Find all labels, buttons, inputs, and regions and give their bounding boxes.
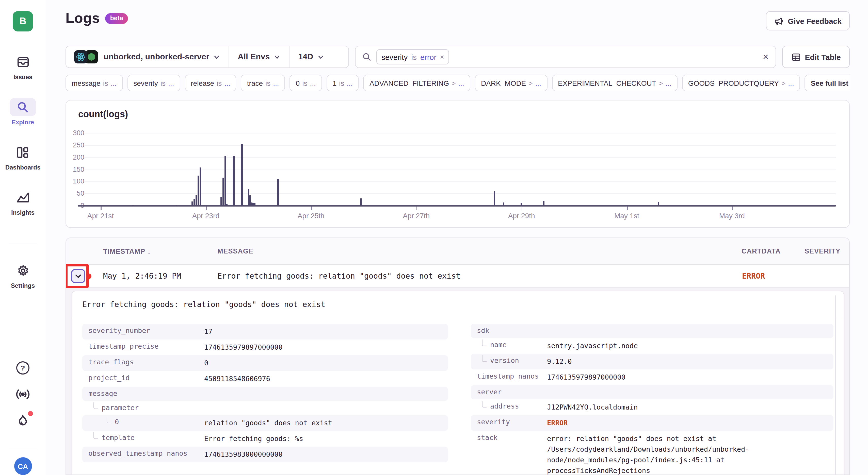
chart-gridline — [84, 145, 836, 146]
quick-filter-chip[interactable]: messageis... — [65, 75, 123, 91]
x-axis-tick-label: Apr 21st — [75, 212, 126, 220]
log-detail-title: Error fetching goods: relation "goods" d… — [72, 291, 844, 317]
expand-row-button[interactable] — [71, 269, 85, 283]
column-header-message[interactable]: MESSAGE — [217, 247, 253, 255]
selector-divider — [289, 46, 289, 68]
x-axis-tick-label: Apr 27th — [391, 212, 442, 220]
quick-filter-chip[interactable]: severityis... — [127, 75, 180, 91]
sidebar-item-dashboards[interactable]: Dashboards — [5, 143, 41, 171]
chart-bar — [197, 175, 199, 206]
chart-bar — [195, 195, 197, 206]
log-timestamp-cell: May 1, 2:46:19 PM — [103, 272, 181, 281]
chart-bar — [200, 167, 202, 206]
give-feedback-button[interactable]: Give Feedback — [766, 11, 850, 30]
chip-name: message — [72, 79, 100, 87]
search-icon — [362, 52, 371, 61]
chip-name: 0 — [296, 79, 300, 87]
attribute-value: sentry.javascript.node — [547, 341, 638, 351]
token-remove-icon[interactable]: × — [440, 53, 444, 61]
chip-operator: > — [781, 79, 785, 87]
chip-name: See full list — [811, 79, 848, 87]
attribute-value: Error fetching goods: %s — [204, 433, 303, 444]
quick-filter-chip[interactable]: traceis... — [241, 75, 285, 91]
attribute-row: project_id4509118548606976 — [82, 371, 448, 387]
quick-filter-chip[interactable]: EXPERIMENTAL_CHECKOUT>... — [552, 75, 678, 91]
attribute-value: ERROR — [547, 418, 567, 428]
tree-connector-icon — [482, 339, 487, 346]
x-axis-tick — [311, 207, 312, 210]
chart-bar — [521, 203, 522, 206]
column-header-severity[interactable]: SEVERITY — [805, 247, 841, 255]
tree-connector-icon — [93, 432, 98, 439]
help-icon[interactable]: ? — [16, 361, 29, 375]
attribute-value: 4509118548606976 — [204, 374, 270, 384]
tree-connector-icon — [482, 401, 487, 407]
chip-operator: is — [160, 79, 165, 87]
token-key: severity — [381, 53, 408, 61]
quick-filter-chip[interactable]: GOODS_PRODUCTQUERY>... — [682, 75, 800, 91]
chip-name: trace — [247, 79, 263, 87]
chart-gridline — [84, 181, 836, 182]
token-value: error — [420, 53, 436, 61]
user-avatar[interactable]: CA — [14, 457, 32, 475]
environment-select[interactable]: All Envs — [238, 52, 280, 61]
attribute-value: 1746135983000000000 — [204, 449, 283, 460]
attribute-value: relation "goods" does not exist — [204, 418, 332, 428]
react-platform-icon — [74, 50, 87, 63]
insights-icon — [10, 188, 36, 207]
log-row[interactable]: May 1, 2:46:19 PM Error fetching goods: … — [66, 265, 849, 288]
attribute-row: 0relation "goods" does not exist — [82, 415, 448, 431]
column-header-cartdata[interactable]: CARTDATA — [742, 247, 781, 255]
chip-name: 1 — [333, 79, 337, 87]
chip-ellipsis: ... — [111, 79, 117, 87]
quick-filter-chip[interactable]: 0is... — [290, 75, 322, 91]
quick-filter-chip[interactable]: releaseis... — [185, 75, 236, 91]
y-axis-tick-label: 300 — [66, 129, 84, 137]
x-axis-tick — [100, 207, 101, 210]
sidebar-item-insights[interactable]: Insights — [10, 188, 36, 216]
quick-filter-chip[interactable]: ADVANCED_FILTERING>... — [363, 75, 470, 91]
quick-filter-chip[interactable]: DARK_MODE>... — [475, 75, 547, 91]
environment-select-label: All Envs — [238, 52, 270, 61]
chart-gridline — [84, 169, 836, 170]
chart-bar — [543, 201, 545, 206]
whats-new-flame-icon[interactable] — [16, 414, 30, 428]
detail-scrollbar[interactable] — [835, 295, 836, 475]
chart-bar — [277, 179, 279, 206]
chart-bar — [224, 156, 226, 206]
help-glyph: ? — [21, 364, 25, 372]
sidebar-item-issues[interactable]: Issues — [10, 53, 36, 81]
sidebar-item-settings[interactable]: Settings — [10, 261, 36, 289]
attribute-row: stackerror: relation "goods" does not ex… — [471, 431, 834, 475]
project-environment-date-selector: unborked, unborked-server All Envs 14D — [65, 46, 349, 68]
quick-filter-chip[interactable]: 1is... — [327, 75, 359, 91]
search-clear-icon[interactable]: × — [763, 52, 769, 62]
column-header-timestamp[interactable]: TIMESTAMP↓ — [103, 247, 151, 255]
sidebar-divider — [9, 244, 37, 244]
avatar-initials: CA — [18, 462, 28, 470]
chart-bar — [226, 204, 227, 206]
quick-filter-chip[interactable]: See full list — [805, 75, 850, 91]
edit-table-button[interactable]: Edit Table — [782, 46, 850, 68]
attribute-row: server — [471, 385, 834, 399]
log-search-input[interactable]: severity is error × × — [355, 46, 776, 68]
chart-bar — [252, 203, 254, 206]
date-range-select[interactable]: 14D — [298, 52, 324, 61]
sidebar-item-explore[interactable]: Explore — [10, 98, 36, 126]
org-logo[interactable]: B — [13, 11, 33, 31]
y-axis-tick-label: 200 — [66, 154, 84, 161]
chart-gridline — [84, 133, 836, 133]
project-select[interactable]: unborked, unborked-server — [103, 52, 220, 61]
broadcast-icon[interactable] — [15, 388, 30, 401]
logs-table-header: TIMESTAMP↓ MESSAGE CARTDATA SEVERITY — [66, 238, 849, 265]
log-attributes: severity_number17timestamp_precise174613… — [72, 317, 844, 475]
x-axis-tick-label: May 1st — [601, 212, 652, 220]
chip-operator: is — [302, 79, 307, 87]
chevron-down-icon — [274, 54, 280, 60]
sidebar-item-label: Issues — [13, 74, 32, 81]
log-message-cell: Error fetching goods: relation "goods" d… — [217, 272, 460, 281]
x-axis-tick-label: Apr 23rd — [180, 212, 231, 220]
search-filter-token[interactable]: severity is error × — [376, 49, 449, 64]
chip-name: EXPERIMENTAL_CHECKOUT — [558, 79, 656, 87]
attribute-row: templateError fetching goods: %s — [82, 431, 448, 447]
